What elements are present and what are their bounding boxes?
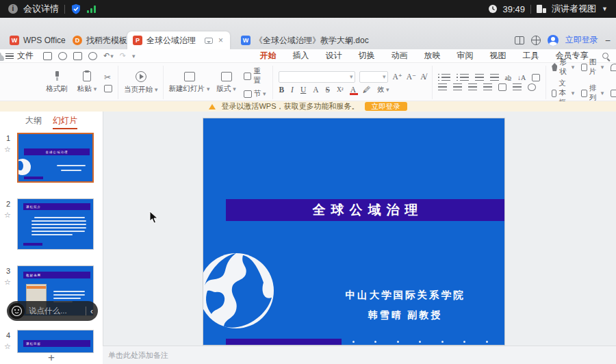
undo-button[interactable]: ↶▾	[103, 52, 114, 60]
toolbar-collapse-icon[interactable]: ▾	[132, 53, 136, 60]
increase-font-icon[interactable]: A⁺	[392, 72, 402, 81]
slide-thumbnail-4[interactable]: 课程目标	[17, 330, 94, 353]
meeting-details-button[interactable]: 会议详情	[23, 3, 59, 15]
numbered-list-icon[interactable]	[460, 74, 469, 81]
print-icon[interactable]	[73, 52, 82, 60]
new-tab-button[interactable]: +▾	[339, 31, 363, 49]
font-family-select[interactable]: ▾	[279, 71, 355, 83]
share-icon[interactable]	[58, 52, 67, 60]
collapse-chat-icon[interactable]: ‹	[90, 307, 93, 316]
ribbon-tab-tools[interactable]: 工具	[515, 49, 548, 63]
minimize-icon[interactable]: −	[605, 35, 611, 46]
strikethrough-button[interactable]: S	[326, 86, 330, 94]
star-icon[interactable]: ☆	[4, 145, 11, 154]
bold-button[interactable]: B	[279, 86, 284, 94]
slide-thumbnail-1[interactable]: 全球公域治理	[17, 133, 94, 183]
chat-placeholder[interactable]: 说点什么...	[29, 306, 81, 316]
tab-docer-templates[interactable]: D 找稻壳模板	[67, 31, 133, 49]
user-avatar[interactable]	[548, 35, 559, 46]
slide-subtitle[interactable]: 中山大学国际关系学院 韩雪晴 副教授	[306, 289, 504, 322]
ribbon-tab-slideshow[interactable]: 放映	[416, 49, 449, 63]
ribbon-tab-view[interactable]: 视图	[482, 49, 515, 63]
format-painter-button[interactable]: 格式刷	[44, 71, 70, 94]
italic-button[interactable]: I	[291, 86, 294, 94]
decrease-indent-icon[interactable]	[475, 74, 484, 81]
redo-button[interactable]: ↷	[120, 52, 126, 60]
clipboard-icon	[83, 71, 91, 81]
slides-tab[interactable]: 幻灯片	[53, 115, 77, 129]
ribbon-tab-animation[interactable]: 动画	[383, 49, 416, 63]
main-slide[interactable]: 全球公域治理 中山大学国际关系学院 韩雪晴 副教授	[203, 118, 505, 346]
ribbon-tab-review[interactable]: 审阅	[449, 49, 482, 63]
underline-button[interactable]: U	[300, 86, 306, 94]
cut-icon[interactable]: ✂	[104, 73, 112, 81]
star-icon[interactable]: ☆	[4, 211, 11, 220]
login-warning-bar: 登录以激活WPS，获取更多功能和服务。 立即登录	[0, 101, 616, 112]
ribbon-tab-transition[interactable]: 切换	[350, 49, 383, 63]
info-icon[interactable]: i	[8, 4, 18, 14]
section-button[interactable]: 节▾	[244, 89, 268, 99]
network-signal-icon[interactable]	[87, 5, 96, 13]
highlight-button[interactable]: 🖉	[363, 86, 371, 94]
superscript-button[interactable]: X²	[337, 86, 344, 93]
line-spacing-icon[interactable]	[513, 83, 522, 91]
chevron-down-icon[interactable]: ▼	[602, 5, 608, 12]
slide-canvas[interactable]: 全球公域治理 中山大学国际关系学院 韩雪晴 副教授	[103, 112, 616, 346]
tab-wps-office[interactable]: W WPS Office	[4, 31, 71, 49]
ribbon-tab-design[interactable]: 设计	[318, 49, 350, 63]
tab-active-presentation[interactable]: P 全球公域治理（新）.pptx ×	[127, 31, 230, 49]
phonetic-guide-icon[interactable]: ab̲	[505, 74, 511, 81]
font-size-select[interactable]: ▾	[359, 71, 388, 83]
slide-thumbnail-2[interactable]: 课程简介	[17, 198, 94, 250]
char-spacing-button[interactable]: A	[313, 86, 318, 94]
arrange-button[interactable]: 排列▾	[581, 83, 604, 103]
picture-button[interactable]: 图片▾	[581, 57, 604, 77]
fill-button[interactable]: ▾	[611, 90, 616, 97]
security-shield-icon[interactable]	[70, 3, 81, 14]
textbox-icon	[552, 90, 556, 97]
smart-align-icon[interactable]	[528, 83, 536, 91]
chat-input-bar[interactable]: 说点什么... ‹	[7, 301, 98, 321]
chat-avatar[interactable]	[9, 303, 25, 319]
login-link[interactable]: 立即登录	[565, 34, 598, 46]
columns-icon[interactable]	[498, 83, 506, 91]
text-direction-icon[interactable]: ↓A	[517, 74, 526, 81]
bullet-list-icon[interactable]	[441, 74, 450, 81]
text-effects-button[interactable]: 效 ▾	[378, 85, 389, 94]
notes-area[interactable]: 单击此处添加备注	[103, 346, 616, 364]
align-left-icon[interactable]	[438, 83, 447, 91]
split-view-icon[interactable]	[515, 36, 524, 44]
preview-icon[interactable]	[88, 52, 97, 60]
justify-icon[interactable]	[483, 83, 492, 91]
avatar-insert-button[interactable]: ▾	[611, 64, 616, 71]
ribbon-tab-insert[interactable]: 插入	[285, 49, 318, 63]
star-icon[interactable]: ☆	[4, 278, 11, 287]
login-now-button[interactable]: 立即登录	[365, 102, 407, 111]
outline-tab[interactable]: 大纲	[25, 115, 42, 129]
star-icon[interactable]: ☆	[4, 342, 11, 351]
ribbon-tab-home[interactable]: 开始	[252, 49, 285, 63]
file-menu[interactable]: 文件	[17, 50, 34, 62]
slide-layout-button[interactable]: 版式 ▾	[214, 72, 240, 94]
close-tab-icon[interactable]: ×	[217, 36, 224, 45]
slide-title-band[interactable]: 全球公域治理	[226, 199, 504, 221]
new-slide-button[interactable]: 新建幻灯片 ▾	[169, 72, 209, 94]
add-slide-button[interactable]: +	[0, 351, 103, 364]
save-icon[interactable]	[43, 52, 52, 60]
align-right-icon[interactable]	[468, 83, 477, 91]
convert-icon[interactable]	[532, 74, 540, 81]
reset-slide-button[interactable]: 重置	[244, 66, 268, 86]
shapes-button[interactable]: 形状▾	[552, 57, 574, 77]
font-color-button[interactable]: A	[350, 86, 356, 94]
align-center-icon[interactable]	[453, 83, 462, 91]
increase-indent-icon[interactable]	[490, 74, 499, 81]
clear-format-icon[interactable]: A̸	[420, 73, 426, 81]
presenter-view-selector[interactable]: 演讲者视图	[552, 3, 596, 15]
hamburger-menu-icon[interactable]	[5, 53, 14, 59]
copy-icon[interactable]	[104, 85, 112, 92]
language-globe-icon[interactable]	[531, 36, 541, 45]
decrease-font-icon[interactable]: A⁻	[407, 72, 416, 81]
comment-bubble-icon[interactable]	[205, 38, 213, 44]
paste-button[interactable]: 粘贴 ▾	[74, 71, 100, 94]
play-from-current-button[interactable]: 当页开始 ▾	[124, 71, 157, 94]
